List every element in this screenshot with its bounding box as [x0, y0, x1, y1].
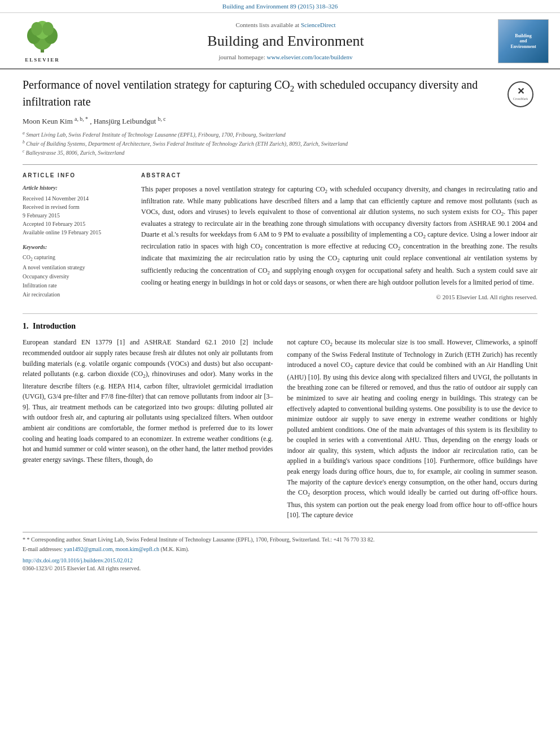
journal-header: ELSEVIER Contents lists available at Sci… [0, 13, 560, 69]
keyword-3: Occupancy diversity [23, 273, 130, 281]
corresponding-author-note: * * Corresponding author. Smart Living L… [23, 536, 537, 544]
svg-point-6 [42, 22, 54, 36]
article-info-heading: ARTICLE INFO [23, 172, 130, 180]
keywords-section: Keywords: CO2 capturing A novel ventilat… [23, 243, 130, 299]
science-direct-link[interactable]: ScienceDirect [301, 21, 336, 28]
affiliation-b: b Chair of Building Systems, Department … [23, 139, 537, 148]
article-history: Article history: Received 14 November 20… [23, 184, 130, 237]
author-name: Moon Keun Kim [23, 117, 75, 126]
received-date: Received 14 November 2014 [23, 194, 130, 203]
doi-link[interactable]: http://dx.doi.org/10.1016/j.buildenv.201… [23, 557, 133, 563]
elsevier-label: ELSEVIER [25, 56, 60, 64]
article-title: Performance of novel ventilation strateg… [23, 77, 498, 110]
main-content: Performance of novel ventilation strateg… [0, 69, 560, 578]
introduction-section: 1. Introduction European standard EN 137… [23, 313, 537, 521]
elsevier-tree-icon [23, 19, 62, 55]
crossmark-icon: ✕ CrossMark [508, 81, 533, 107]
copyright: © 2015 Elsevier Ltd. All rights reserved… [141, 293, 537, 302]
abstract-text: This paper proposes a novel ventilation … [141, 184, 537, 288]
history-title: Article history: [23, 184, 130, 192]
article-body: ARTICLE INFO Article history: Received 1… [23, 164, 537, 302]
authors: Moon Keun Kim a, b, * , Hansjürg Leibund… [23, 115, 537, 127]
footnotes: * * Corresponding author. Smart Living L… [23, 532, 537, 553]
journal-thumbnail: BuildingandEnvironment [498, 19, 549, 63]
keyword-4: Infiltration rate [23, 282, 130, 290]
doi-section: http://dx.doi.org/10.1016/j.buildenv.201… [23, 557, 537, 573]
abstract-heading: ABSTRACT [141, 172, 537, 180]
keywords-title: Keywords: [23, 243, 130, 251]
article-info-panel: ARTICLE INFO Article history: Received 1… [23, 172, 130, 302]
accepted-date: Accepted 10 February 2015 [23, 220, 130, 228]
svg-point-5 [31, 22, 42, 36]
journal-ref: Building and Environment 89 (2015) 318–3… [222, 3, 338, 10]
journal-title: Building and Environment [73, 31, 498, 51]
journal-homepage: journal homepage: www.elsevier.com/locat… [73, 53, 498, 62]
available-online: Available online 19 February 2015 [23, 228, 130, 237]
intro-left-col: European standard EN 13779 [1] and ASHRA… [23, 337, 273, 520]
intro-heading: 1. Introduction [23, 321, 537, 332]
issn: 0360-1323/© 2015 Elsevier Ltd. All right… [23, 565, 141, 571]
revised-date: 9 February 2015 [23, 211, 130, 220]
email-link-2[interactable]: moon.kim@epfl.ch [115, 546, 159, 552]
keyword-2: A novel ventilation strategy [23, 264, 130, 272]
intro-right-col: not capture CO2 because its molecular si… [287, 337, 538, 520]
top-bar: Building and Environment 89 (2015) 318–3… [0, 0, 560, 13]
affiliations: a Smart Living Lab, Swiss Federal Instit… [23, 130, 537, 158]
header-center: Contents lists available at ScienceDirec… [73, 21, 498, 62]
science-direct-text: Contents lists available at ScienceDirec… [73, 21, 498, 29]
crossmark-badge: ✕ CrossMark [504, 77, 537, 111]
article-title-section: Performance of novel ventilation strateg… [23, 77, 537, 110]
email-link-1[interactable]: yan1492@gmail.com [64, 546, 112, 552]
intro-columns: European standard EN 13779 [1] and ASHRA… [23, 337, 537, 520]
email-note: E-mail addresses: yan1492@gmail.com, moo… [23, 545, 537, 553]
keyword-5: Air recirculation [23, 291, 130, 299]
affiliation-a: a Smart Living Lab, Swiss Federal Instit… [23, 130, 537, 139]
homepage-link[interactable]: www.elsevier.com/locate/buildenv [266, 54, 352, 60]
affiliation-c: c Balleystrasse 35, 8006, Zurich, Switze… [23, 148, 537, 157]
elsevier-logo: ELSEVIER [11, 19, 73, 64]
abstract-panel: ABSTRACT This paper proposes a novel ven… [141, 172, 537, 302]
keyword-1: CO2 capturing [23, 254, 130, 263]
revised-label: Received in revised form [23, 203, 130, 211]
